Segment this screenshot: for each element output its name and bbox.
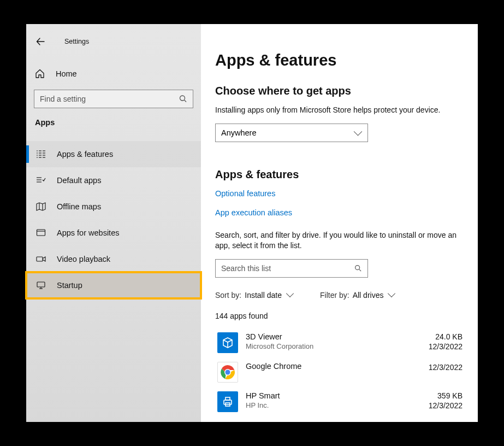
app-date: 12/3/2022 bbox=[408, 401, 463, 410]
default-apps-icon bbox=[35, 175, 47, 185]
sidebar-item-label: Video playback bbox=[57, 255, 110, 263]
app-name: HP Smart bbox=[246, 391, 408, 400]
find-setting-input[interactable] bbox=[40, 95, 187, 103]
app-size: 24.0 KB bbox=[408, 332, 463, 341]
title-bar: Settings bbox=[26, 32, 201, 51]
sort-by-control[interactable]: Sort by: Install date bbox=[215, 291, 293, 300]
app-date: 12/3/2022 bbox=[408, 342, 463, 351]
sidebar-item-offline-maps[interactable]: Offline maps bbox=[26, 193, 201, 220]
choose-help-text: Installing apps only from Microsoft Stor… bbox=[215, 105, 465, 116]
sidebar-item-startup[interactable]: Startup bbox=[26, 272, 201, 298]
apps-websites-icon bbox=[35, 228, 47, 238]
app-size: 359 KB bbox=[408, 391, 463, 400]
app-publisher: Microsoft Corporation bbox=[246, 342, 408, 350]
sidebar-item-default-apps[interactable]: Default apps bbox=[26, 167, 201, 193]
filter-by-control[interactable]: Filter by: All drives bbox=[320, 291, 394, 300]
app-date: 12/3/2022 bbox=[408, 363, 463, 372]
sort-by-label: Sort by: bbox=[215, 291, 241, 300]
app-row-3d-viewer[interactable]: 3D Viewer Microsoft Corporation 24.0 KB … bbox=[215, 328, 465, 357]
video-playback-icon bbox=[35, 254, 47, 264]
sidebar-item-label: Apps for websites bbox=[57, 228, 119, 237]
search-help-text: Search, sort, and filter by drive. If yo… bbox=[215, 230, 465, 251]
choose-heading: Choose where to get apps bbox=[215, 85, 465, 97]
sidebar-nav: Apps & features Default apps Offline bbox=[26, 141, 201, 298]
svg-rect-32 bbox=[226, 397, 230, 400]
svg-rect-22 bbox=[37, 282, 45, 287]
svg-line-1 bbox=[185, 100, 187, 102]
app-row-hp-smart[interactable]: HP Smart HP Inc. 359 KB 12/3/2022 bbox=[215, 387, 465, 416]
sidebar-item-label: Apps & features bbox=[57, 150, 113, 159]
home-icon bbox=[35, 69, 47, 79]
apps-features-icon bbox=[35, 149, 47, 159]
optional-features-link[interactable]: Optional features bbox=[215, 189, 275, 198]
sidebar-item-video-playback[interactable]: Video playback bbox=[26, 246, 201, 272]
startup-icon bbox=[35, 280, 47, 290]
chevron-down-icon bbox=[388, 290, 395, 297]
sidebar-home[interactable]: Home bbox=[26, 62, 201, 85]
svg-point-30 bbox=[226, 369, 230, 374]
back-arrow-icon bbox=[36, 37, 45, 46]
sort-by-value: Install date bbox=[245, 291, 282, 300]
sidebar-item-apps-features[interactable]: Apps & features bbox=[26, 141, 201, 167]
sidebar-item-label: Offline maps bbox=[57, 202, 101, 211]
filter-by-label: Filter by: bbox=[320, 291, 349, 300]
svg-line-26 bbox=[359, 269, 361, 271]
back-button[interactable] bbox=[32, 33, 49, 50]
search-icon bbox=[179, 95, 187, 103]
app-name: 3D Viewer bbox=[246, 332, 408, 341]
filter-by-value: All drives bbox=[353, 291, 384, 300]
chevron-down-icon bbox=[286, 290, 294, 297]
settings-window: Settings Home Apps bbox=[26, 24, 478, 422]
cube-icon bbox=[217, 332, 238, 353]
svg-point-25 bbox=[355, 265, 360, 269]
sidebar-item-label: Startup bbox=[57, 281, 82, 290]
chrome-icon bbox=[217, 362, 238, 383]
svg-point-0 bbox=[180, 96, 185, 101]
search-list-box[interactable] bbox=[215, 259, 368, 278]
offline-maps-icon bbox=[35, 202, 47, 212]
content-pane: Apps & features Choose where to get apps… bbox=[201, 24, 478, 422]
app-publisher: HP Inc. bbox=[246, 401, 408, 409]
search-icon bbox=[354, 265, 362, 272]
app-row-google-chrome[interactable]: Google Chrome 12/3/2022 bbox=[215, 357, 465, 387]
app-execution-aliases-link[interactable]: App execution aliases bbox=[215, 208, 292, 217]
apps-features-heading: Apps & features bbox=[215, 168, 465, 181]
apps-found-count: 144 apps found bbox=[215, 312, 465, 320]
app-name: Google Chrome bbox=[246, 362, 408, 371]
choose-source-dropdown[interactable]: Anywhere bbox=[215, 124, 368, 142]
svg-rect-31 bbox=[224, 400, 232, 404]
sidebar-item-apps-websites[interactable]: Apps for websites bbox=[26, 220, 201, 246]
find-setting-searchbox[interactable] bbox=[34, 90, 193, 108]
choose-source-value: Anywhere bbox=[221, 128, 256, 137]
sidebar-home-label: Home bbox=[56, 69, 77, 78]
sidebar-item-label: Default apps bbox=[57, 176, 101, 185]
window-title: Settings bbox=[64, 38, 89, 45]
search-list-input[interactable] bbox=[221, 264, 362, 273]
svg-rect-21 bbox=[37, 257, 43, 261]
page-title: Apps & features bbox=[215, 51, 465, 69]
svg-rect-19 bbox=[37, 230, 45, 236]
sidebar: Settings Home Apps bbox=[26, 24, 201, 422]
printer-icon bbox=[217, 391, 238, 412]
sidebar-category-title: Apps bbox=[26, 108, 201, 132]
